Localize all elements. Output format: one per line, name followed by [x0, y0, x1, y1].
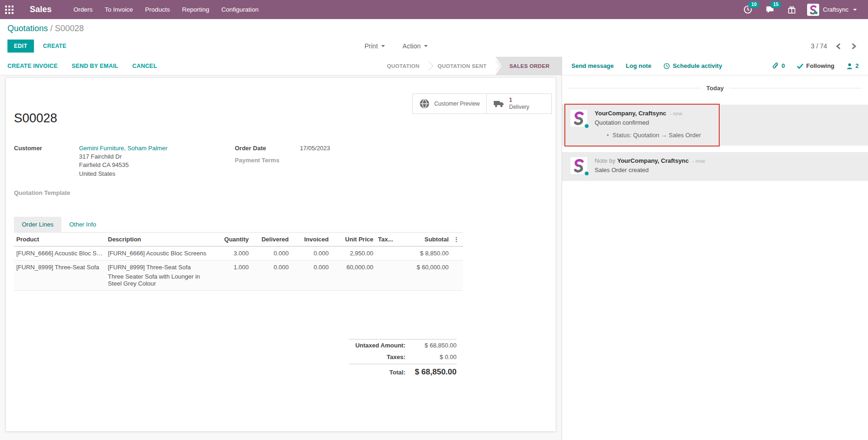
order-date-label: Order Date	[235, 144, 300, 152]
user-menu[interactable]: Craftsync	[804, 2, 860, 18]
cell-description: [FURN_6666] Acoustic Bloc Screens	[106, 246, 214, 260]
bullet-icon: •	[607, 132, 609, 139]
pager-next-icon[interactable]	[850, 42, 858, 51]
menu-orders[interactable]: Orders	[67, 0, 99, 19]
online-status-dot	[584, 123, 590, 129]
control-panel: Quotations / S00028 EDIT CREATE Print Ac…	[0, 19, 868, 57]
caret-down-icon	[381, 45, 385, 47]
followers-button[interactable]: 2	[847, 62, 859, 69]
message-author[interactable]: YourCompany, Craftsync	[595, 110, 666, 117]
order-line-row[interactable]: [FURN_8999] Three-Seat Sofa [FURN_8999] …	[14, 260, 463, 290]
message-time: - now	[670, 111, 682, 116]
chatter-panel: Today YourCompany, Craftsync - now Quota…	[562, 75, 868, 440]
paperclip-icon	[772, 62, 779, 70]
log-note-button[interactable]: Log note	[626, 62, 651, 69]
status-steps: QUOTATION QUOTATION SENT SALES ORDER	[378, 57, 562, 75]
message-author[interactable]: YourCompany, Craftsync	[617, 157, 689, 164]
cell-quantity: 3.000	[214, 246, 251, 260]
tab-order-lines[interactable]: Order Lines	[14, 217, 61, 232]
send-by-email-button[interactable]: SEND BY EMAIL	[72, 63, 118, 69]
untaxed-amount-value: $ 68,850.00	[405, 342, 457, 349]
table-header-row: Product Description Quantity Delivered I…	[14, 233, 463, 247]
person-icon	[847, 63, 853, 69]
menu-products[interactable]: Products	[139, 0, 176, 19]
customer-address-line2: Fairfield CA 94535	[79, 161, 167, 169]
tab-other-info[interactable]: Other Info	[61, 217, 104, 232]
order-line-row[interactable]: [FURN_6666] Acoustic Bloc Scree... [FURN…	[14, 246, 463, 260]
message-body: Quotation confirmed	[595, 119, 860, 126]
cell-invoiced: 0.000	[291, 246, 331, 260]
create-button[interactable]: CREATE	[37, 40, 73, 53]
cell-unit-price: 60,000.00	[331, 260, 376, 290]
cell-subtotal: $ 60,000.00	[402, 260, 451, 290]
clock-icon	[663, 63, 670, 69]
customer-link[interactable]: Gemini Furniture, Soham Palmer	[79, 144, 167, 153]
print-dropdown[interactable]: Print	[362, 42, 388, 50]
step-sales-order[interactable]: SALES ORDER	[496, 57, 562, 75]
pager: 3 / 74	[811, 42, 861, 51]
edit-button[interactable]: EDIT	[7, 40, 34, 53]
date-divider-label: Today	[706, 85, 723, 92]
activities-badge: 10	[748, 1, 760, 8]
delivery-count: 1	[509, 97, 512, 103]
message-body: Sales Order created	[595, 167, 860, 173]
user-avatar	[807, 4, 819, 16]
chatter-toolbar: Send message Log note Schedule activity …	[562, 57, 868, 75]
activities-icon[interactable]: 10	[739, 2, 757, 17]
systray: 10 15 Craftsync	[739, 2, 868, 18]
step-quotation-sent[interactable]: QUOTATION SENT	[428, 57, 496, 75]
record-title: S00028	[14, 111, 463, 126]
header-subtotal: Subtotal	[402, 233, 451, 247]
pager-previous-icon[interactable]	[835, 42, 842, 51]
following-button[interactable]: Following	[797, 62, 835, 69]
send-message-button[interactable]: Send message	[571, 62, 614, 69]
breadcrumb-current: S00028	[55, 24, 84, 33]
cell-quantity: 1.000	[214, 260, 251, 290]
header-taxes: Tax...	[376, 233, 402, 247]
breadcrumb-separator: /	[50, 24, 53, 33]
apps-grid-icon[interactable]	[0, 6, 20, 14]
statusbar-row: CREATE INVOICE SEND BY EMAIL CANCEL QUOT…	[0, 57, 868, 75]
order-lines-table: Product Description Quantity Delivered I…	[14, 233, 463, 291]
date-divider: Today	[562, 85, 868, 92]
create-invoice-button[interactable]: CREATE INVOICE	[7, 63, 58, 69]
message-prefix: Note by	[595, 157, 616, 164]
cell-subtotal: $ 8,850.00	[402, 246, 451, 260]
cancel-button[interactable]: CANCEL	[132, 63, 157, 69]
quotation-template-label: Quotation Template	[14, 189, 463, 196]
messages-badge: 15	[770, 1, 782, 8]
gift-icon[interactable]	[783, 3, 801, 17]
form-view: Customer Preview 1 Delivery S00028	[0, 75, 562, 440]
header-delivered: Delivered	[251, 233, 291, 247]
taxes-label: Taxes:	[387, 353, 405, 360]
action-dropdowns: Print Action	[362, 42, 431, 50]
action-dropdown[interactable]: Action	[400, 42, 431, 50]
cell-taxes	[376, 260, 402, 290]
customer-label: Customer	[14, 144, 79, 152]
cell-delivered: 0.000	[251, 260, 291, 290]
messages-icon[interactable]: 15	[761, 2, 779, 17]
total-label: Total:	[390, 369, 405, 376]
app-title[interactable]: Sales	[30, 5, 52, 14]
smart-buttons: Customer Preview 1 Delivery	[412, 93, 552, 114]
delivery-button[interactable]: 1 Delivery	[486, 94, 551, 113]
customer-preview-button[interactable]: Customer Preview	[413, 94, 486, 113]
message-avatar	[570, 110, 588, 127]
cell-delivered: 0.000	[251, 246, 291, 260]
cell-product: [FURN_6666] Acoustic Bloc Scree...	[14, 246, 106, 260]
menu-reporting[interactable]: Reporting	[176, 0, 215, 19]
schedule-activity-button[interactable]: Schedule activity	[663, 62, 722, 69]
header-invoiced: Invoiced	[291, 233, 331, 247]
menu-configuration[interactable]: Configuration	[215, 0, 265, 19]
order-date-value: 17/05/2023	[300, 144, 330, 153]
list-options-icon[interactable]: ⋮	[451, 233, 463, 247]
menu-to-invoice[interactable]: To Invoice	[99, 0, 139, 19]
payment-terms-label: Payment Terms	[235, 156, 300, 164]
step-quotation[interactable]: QUOTATION	[378, 57, 429, 75]
attachments-button[interactable]: 0	[772, 62, 785, 70]
customer-address-line1: 317 Fairchild Dr	[79, 153, 167, 161]
statusbar: CREATE INVOICE SEND BY EMAIL CANCEL QUOT…	[0, 57, 562, 75]
cell-unit-price: 2,950.00	[331, 246, 376, 260]
breadcrumb-quotations-link[interactable]: Quotations	[7, 24, 48, 33]
header-description: Description	[106, 233, 214, 247]
